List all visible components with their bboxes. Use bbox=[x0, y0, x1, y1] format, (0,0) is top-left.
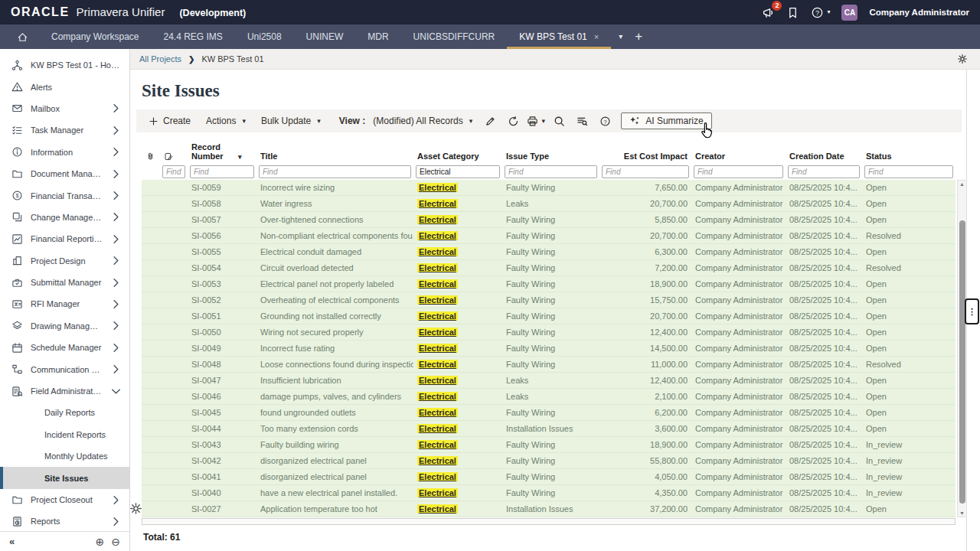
tab-uninew[interactable]: UNINEW bbox=[294, 24, 356, 49]
column-header-est-cost-impact[interactable]: Est Cost Impact bbox=[599, 152, 691, 161]
grid-settings-gear-icon[interactable] bbox=[129, 502, 142, 515]
tab-unicbsdiffcurr[interactable]: UNICBSDIFFCURR bbox=[401, 24, 508, 49]
column-header-record-number[interactable]: Record Number ▾ bbox=[188, 142, 256, 161]
sidebar-item-communication-foll[interactable]: Communication & Foll... bbox=[0, 358, 129, 380]
search-button[interactable] bbox=[549, 112, 569, 130]
bulk-update-dropdown[interactable]: Bulk Update ▾ bbox=[255, 116, 327, 126]
table-row[interactable]: SI-0045found ungrounded outletsElectrica… bbox=[142, 405, 956, 421]
table-row[interactable]: SI-0047Insufficient lubricationElectrica… bbox=[142, 373, 956, 389]
table-row[interactable]: SI-0058Water ingressElectricalLeaks20,70… bbox=[142, 196, 956, 212]
table-row[interactable]: SI-0048Loose connections found during in… bbox=[142, 357, 956, 373]
table-row[interactable]: SI-0051Grounding not installed correctly… bbox=[142, 308, 956, 324]
bookmark-icon[interactable] bbox=[786, 6, 799, 19]
create-button[interactable]: Create bbox=[142, 116, 197, 126]
sidebar-item-site-issues[interactable]: Site Issues bbox=[0, 467, 129, 488]
sidebar-item-financial-reporting[interactable]: Financial Reporting bbox=[0, 228, 129, 249]
column-header-issue-type[interactable]: Issue Type bbox=[502, 152, 599, 161]
sidebar-item-document-manager[interactable]: Document Manager bbox=[0, 163, 129, 184]
sidebar-item-drawing-management[interactable]: Drawing Management bbox=[0, 315, 129, 337]
table-row[interactable]: SI-0040have a new electrical panel insta… bbox=[142, 485, 956, 501]
scrollbar-thumb[interactable] bbox=[959, 220, 965, 504]
record-edit-column-header[interactable] bbox=[160, 151, 188, 161]
filter-creation-date-input[interactable] bbox=[788, 165, 860, 178]
tab-kw-bps-test-01[interactable]: KW BPS Test 01× bbox=[507, 24, 611, 49]
column-header-creator[interactable]: Creator bbox=[691, 152, 786, 161]
collapse-sidebar-button[interactable]: « bbox=[9, 536, 15, 547]
tab-24-4-reg-ims[interactable]: 24.4 REG IMS bbox=[152, 24, 235, 49]
breadcrumb-all-projects[interactable]: All Projects bbox=[139, 54, 181, 64]
filter-creator-input[interactable] bbox=[694, 165, 783, 178]
attachment-column-header[interactable] bbox=[142, 151, 160, 161]
column-header-creation-date[interactable]: Creation Date bbox=[786, 152, 862, 161]
help-menu-button[interactable]: ▾ bbox=[811, 6, 830, 19]
print-dropdown[interactable]: ▾ bbox=[526, 112, 546, 130]
column-header-title[interactable]: Title bbox=[256, 152, 413, 161]
sidebar-item-project-design[interactable]: Project Design bbox=[0, 250, 129, 272]
refresh-button[interactable] bbox=[503, 112, 523, 130]
add-tab-button[interactable]: + bbox=[635, 29, 642, 44]
sidebar-item-incident-reports[interactable]: Incident Reports bbox=[0, 424, 129, 445]
sidebar-item-submittal-manager[interactable]: Submittal Manager bbox=[0, 272, 129, 293]
sidebar-item-kw-bps-test-01-home[interactable]: KW BPS Test 01 - Home bbox=[0, 54, 129, 76]
column-header-status[interactable]: Status bbox=[862, 152, 956, 161]
filter-asset-category-input[interactable] bbox=[416, 165, 500, 178]
table-row[interactable]: SI-0053Electrical panel not properly lab… bbox=[142, 276, 956, 292]
view-select[interactable]: (Modified) All Records ▾ bbox=[368, 116, 477, 126]
table-row[interactable]: SI-0056Non-compliant electrical componen… bbox=[142, 228, 956, 244]
sidebar-item-project-closeout[interactable]: Project Closeout bbox=[0, 489, 129, 510]
sidebar-item-monthly-updates[interactable]: Monthly Updates bbox=[0, 445, 129, 467]
help-button[interactable] bbox=[595, 112, 615, 130]
table-row[interactable]: SI-0049Incorrect fuse ratingElectricalFa… bbox=[142, 341, 956, 357]
table-row[interactable]: SI-0041disorganized electrical panelElec… bbox=[142, 469, 956, 485]
sidebar-item-change-management[interactable]: Change Management bbox=[0, 207, 129, 228]
table-row[interactable]: SI-0027Application temperature too hotEl… bbox=[142, 501, 956, 517]
announcements-button[interactable]: 2 bbox=[762, 5, 775, 19]
edit-button[interactable] bbox=[480, 112, 500, 130]
table-row[interactable]: SI-0054Circuit overload detectedElectric… bbox=[142, 260, 956, 276]
expand-all-button[interactable]: ⊕ bbox=[96, 536, 105, 548]
sidebar-item-field-administration[interactable]: Field Administration bbox=[0, 380, 129, 402]
tab-list-dropdown[interactable]: ▾ bbox=[619, 33, 622, 41]
find-on-page-button[interactable] bbox=[572, 112, 592, 130]
page-settings-gear-icon[interactable] bbox=[957, 54, 968, 64]
table-row[interactable]: SI-0059Incorrect wire sizingElectricalFa… bbox=[142, 180, 956, 196]
sidebar-item-reports[interactable]: Reports bbox=[0, 510, 129, 531]
sidebar-item-schedule-manager[interactable]: Schedule Manager bbox=[0, 337, 129, 358]
scroll-down-icon[interactable]: ▼ bbox=[958, 510, 966, 516]
sidebar-item-information[interactable]: Information bbox=[0, 142, 129, 163]
avatar[interactable]: CA bbox=[841, 5, 858, 21]
filter-issue-type-input[interactable] bbox=[505, 165, 597, 178]
sidebar-item-alerts[interactable]: Alerts bbox=[0, 76, 129, 97]
ai-summarize-button[interactable]: AI Summarize bbox=[621, 112, 711, 129]
scroll-up-icon[interactable]: ▲ bbox=[958, 181, 966, 187]
table-row[interactable]: SI-0046damage pumps, valves, and cylinde… bbox=[142, 389, 956, 405]
sidebar-item-financial-transactions[interactable]: Financial Transactions bbox=[0, 184, 129, 206]
horizontal-scrollbar[interactable] bbox=[142, 518, 956, 525]
sidebar-item-rfi-manager[interactable]: RFI Manager bbox=[0, 293, 129, 315]
column-header-asset-category[interactable]: Asset Category bbox=[413, 152, 502, 161]
vertical-scrollbar[interactable]: ▲ ▼ bbox=[957, 180, 967, 517]
collapse-all-button[interactable]: ⊖ bbox=[111, 536, 120, 548]
actions-dropdown[interactable]: Actions ▾ bbox=[200, 116, 252, 126]
filter-record-number-input[interactable] bbox=[190, 165, 254, 178]
side-panel-handle[interactable]: ⋮ bbox=[965, 298, 979, 324]
filter-cost-input[interactable] bbox=[602, 165, 689, 178]
table-row[interactable]: SI-0044Too many extension cordsElectrica… bbox=[142, 421, 956, 437]
table-row[interactable]: SI-0050Wiring not secured properlyElectr… bbox=[142, 324, 956, 341]
table-row[interactable]: SI-0055Electrical conduit damagedElectri… bbox=[142, 244, 956, 260]
filter-status-input[interactable] bbox=[864, 165, 953, 178]
tab-uni2508[interactable]: Uni2508 bbox=[235, 24, 294, 49]
filter-flag-input[interactable] bbox=[162, 165, 185, 178]
table-row[interactable]: SI-0042disorganized electrical panelElec… bbox=[142, 453, 956, 469]
user-name[interactable]: Company Administrator bbox=[869, 8, 969, 17]
table-row[interactable]: SI-0057Over-tightened connectionsElectri… bbox=[142, 212, 956, 228]
tab-company-workspace[interactable]: Company Workspace bbox=[39, 24, 152, 49]
tab-mdr[interactable]: MDR bbox=[355, 24, 400, 49]
sidebar-item-task-manager[interactable]: Task Manager bbox=[0, 119, 129, 141]
filter-title-input[interactable] bbox=[259, 165, 411, 178]
home-button[interactable] bbox=[6, 24, 39, 49]
table-row[interactable]: SI-0043Faulty building wiringElectricalF… bbox=[142, 437, 956, 453]
tab-close-icon[interactable]: × bbox=[594, 32, 599, 41]
table-row[interactable]: SI-0052Overheating of electrical compone… bbox=[142, 292, 956, 308]
sidebar-item-mailbox[interactable]: Mailbox bbox=[0, 98, 129, 119]
